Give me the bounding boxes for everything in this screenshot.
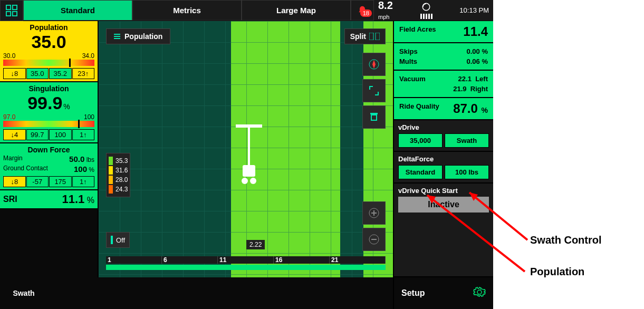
tab-large-map[interactable]: Large Map <box>242 0 351 21</box>
map-view[interactable]: Population Split 35.3 31.6 28.0 24.3 <box>98 21 393 277</box>
svg-rect-12 <box>370 113 378 114</box>
df-row-v1: -57 <box>26 176 49 187</box>
svg-marker-23 <box>427 195 436 204</box>
card-vdrive: vDrive 35,000 Swath <box>394 120 493 152</box>
panel-singulation[interactable]: Singulation 99.9% 97.0100 ↓4 99.7 100 1↑ <box>0 82 98 143</box>
tab-standard[interactable]: Standard <box>23 0 132 21</box>
split-icon <box>369 33 380 40</box>
vac-left: 22.1 <box>458 75 472 83</box>
zoom-in-button[interactable] <box>362 201 386 225</box>
svg-rect-2 <box>6 12 11 16</box>
df-row-v2: 175 <box>49 176 72 187</box>
tractor-icon <box>369 112 379 122</box>
footer-swath-tab[interactable]: Swath <box>0 277 47 309</box>
df-margin-label: Margin <box>3 154 23 163</box>
svg-point-19 <box>250 178 256 184</box>
layer-off-toggle[interactable]: Off <box>106 232 130 248</box>
compass-icon <box>368 59 380 70</box>
card-vacuum[interactable]: Vacuum22.1 Left 21.9 Right <box>394 71 493 98</box>
legend-1: 31.6 <box>116 167 128 174</box>
svg-rect-6 <box>114 36 120 37</box>
map-measure-value: 2.22 <box>246 240 265 249</box>
legend-2: 28.0 <box>116 176 128 184</box>
minus-icon <box>368 234 380 245</box>
clock: 10:13 PM <box>459 6 489 14</box>
card-deltaforce: DeltaForce Standard 100 lbs <box>394 152 493 184</box>
annotation-arrow-pop <box>419 190 530 277</box>
ride-label: Ride Quality <box>399 102 439 110</box>
field-acres-value: 11.4 <box>463 24 488 39</box>
vdrive-swath-button[interactable]: Swath <box>445 133 489 148</box>
speed-value: 8.2 <box>378 0 393 11</box>
vdrive-population-button[interactable]: 35,000 <box>398 133 443 148</box>
expand-icon <box>369 85 379 96</box>
map-overlay-label: Population <box>124 32 162 41</box>
tick-1: 1 <box>106 256 162 264</box>
svg-rect-1 <box>13 5 17 9</box>
alerts-button[interactable]: 18 <box>351 0 374 21</box>
tick-11: 11 <box>218 256 274 264</box>
map-layer-selector[interactable]: Population <box>106 28 170 44</box>
signal-bars <box>420 14 432 19</box>
sing-title: Singulation <box>3 84 94 93</box>
off-label: Off <box>116 236 125 244</box>
sing-row-v2: 100 <box>49 129 72 140</box>
split-label: Split <box>350 32 366 41</box>
panel-downforce[interactable]: Down Force Margin50.0 lbs Ground Contact… <box>0 143 98 190</box>
card-ride-quality[interactable]: Ride Quality 87.0 % <box>394 98 493 120</box>
skips-label: Skips <box>399 47 418 55</box>
svg-rect-0 <box>6 5 11 9</box>
sri-label: SRI <box>3 195 17 204</box>
sing-row-v1: 99.7 <box>26 129 49 140</box>
svg-point-18 <box>242 178 248 184</box>
alert-count: 18 <box>360 9 372 17</box>
vdrive-title: vDrive <box>398 123 489 131</box>
map-color-legend: 35.3 31.6 28.0 24.3 <box>106 153 130 197</box>
card-field-acres[interactable]: Field Acres 11.4 <box>394 21 493 43</box>
pop-row-v2: 35.2 <box>49 68 72 79</box>
pop-row-low: ↓8 <box>3 68 26 79</box>
mults-value: 0.06 % <box>467 57 488 65</box>
sing-low: 97.0 <box>3 113 15 121</box>
delta-lbs-button[interactable]: 100 lbs <box>445 165 489 179</box>
pop-row-up: 23↑ <box>72 68 95 79</box>
split-button[interactable]: Split <box>344 28 386 44</box>
fullscreen-button[interactable] <box>362 79 386 102</box>
sri-value: 11.1 <box>62 192 84 206</box>
ride-value: 87.0 <box>453 101 478 115</box>
skips-value: 0.00 % <box>467 47 488 55</box>
field-acres-label: Field Acres <box>399 25 436 33</box>
vac-right-l: Right <box>470 85 488 93</box>
compass-button[interactable] <box>362 53 386 76</box>
svg-rect-8 <box>369 33 373 40</box>
svg-rect-17 <box>243 165 255 177</box>
pop-row-v1: 35.0 <box>26 68 49 79</box>
layers-icon <box>114 33 120 40</box>
ride-unit: % <box>482 106 488 114</box>
zoom-out-button[interactable] <box>362 228 386 251</box>
vacuum-label: Vacuum <box>399 75 426 83</box>
svg-rect-3 <box>13 12 17 16</box>
setup-label[interactable]: Setup <box>401 288 425 298</box>
sri-unit: % <box>87 196 94 205</box>
pop-low: 30.0 <box>3 52 15 60</box>
svg-rect-5 <box>114 34 120 35</box>
panel-sri[interactable]: SRI 11.1 % <box>0 190 98 209</box>
tick-16: 16 <box>274 256 330 264</box>
sing-row-d: ↓4 <box>3 129 26 140</box>
card-skips-mults[interactable]: Skips0.00 % Mults0.06 % <box>394 43 493 71</box>
sing-value: 99.9 <box>27 93 62 113</box>
tab-metrics[interactable]: Metrics <box>132 0 242 21</box>
vehicle-marker <box>236 124 262 195</box>
gear-icon[interactable] <box>473 286 486 301</box>
panel-population[interactable]: Population 35.0 30.034.0 ↓8 35.0 35.2 23… <box>0 21 98 82</box>
df-title: Down Force <box>3 146 94 154</box>
vehicle-center-button[interactable] <box>362 105 386 129</box>
delta-standard-button[interactable]: Standard <box>398 165 443 179</box>
df-gc-label: Ground Contact <box>3 165 48 173</box>
app-grid-icon[interactable] <box>0 0 23 21</box>
status-bar: 8.2 mph 10:13 PM <box>374 0 493 21</box>
satellite-icon <box>421 2 431 12</box>
df-margin-val: 50.0 <box>69 154 84 163</box>
vac-right: 21.9 <box>453 85 466 93</box>
